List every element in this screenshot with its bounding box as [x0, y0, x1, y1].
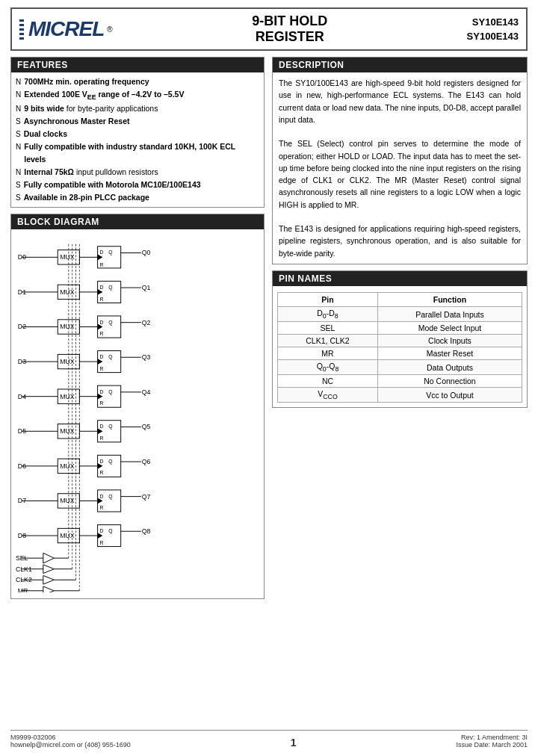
block-diagram-header: BLOCK DIAGRAM	[11, 214, 264, 229]
footer-contact: hownelp@micrel.com or (408) 955-1690	[10, 741, 131, 749]
svg-text:Q: Q	[108, 493, 112, 499]
svg-marker-125	[43, 586, 55, 592]
page: MICREL ® 9-BIT HOLD REGISTER SY10E143 SY…	[0, 0, 538, 756]
table-row: SEL Mode Select Input	[278, 322, 522, 335]
col-header-function: Function	[377, 292, 522, 306]
feature-text: Asynchronous Master Reset	[24, 115, 130, 128]
pin-function: Master Reset	[377, 347, 522, 360]
pin-table: Pin Function D0-D8 Parallel Data Inputs …	[277, 292, 522, 403]
list-item: S Asynchronous Master Reset	[16, 115, 259, 128]
svg-text:R: R	[100, 539, 104, 545]
pin-name: CLK1, CLK2	[278, 335, 378, 347]
description-header: DESCRIPTION	[273, 58, 527, 72]
svg-text:Q: Q	[108, 354, 112, 360]
svg-marker-110	[43, 553, 55, 563]
pin-function: Mode Select Input	[377, 322, 522, 335]
block-diagram-content: .lbl { font-family: Arial, sans-serif; f…	[11, 229, 264, 598]
svg-text:CLK1: CLK1	[16, 565, 32, 572]
svg-text:Q4: Q4	[142, 388, 151, 395]
block-diagram-section: BLOCK DIAGRAM .lbl { font-family: Arial,…	[10, 214, 265, 599]
pin-names-header: PIN NAMES	[273, 271, 527, 286]
description-section: DESCRIPTION The SY10/100E143 are high-sp…	[272, 57, 528, 264]
svg-text:D0: D0	[18, 253, 26, 261]
feature-text: Fully compatible with Motorola MC10E/100…	[24, 179, 201, 191]
bullet-icon: N	[16, 89, 21, 101]
svg-marker-120	[43, 575, 55, 584]
svg-text:D: D	[100, 528, 104, 533]
logo-text: MICREL	[28, 17, 104, 41]
svg-text:D8: D8	[18, 532, 26, 539]
bullet-icon: N	[16, 141, 21, 153]
svg-text:D: D	[100, 354, 104, 359]
main-content: FEATURES N 700MHz min. operating frequen…	[10, 57, 528, 724]
col-right: DESCRIPTION The SY10/100E143 are high-sp…	[272, 57, 528, 724]
svg-text:D: D	[100, 424, 104, 429]
list-item: S Fully compatible with Motorola MC10E/1…	[16, 179, 259, 191]
svg-text:R: R	[100, 400, 104, 406]
svg-text:R: R	[100, 365, 104, 371]
pin-function: Parallel Data Inputs	[377, 306, 522, 321]
table-row: VCCO Vcc to Output	[278, 388, 522, 403]
features-list: N 700MHz min. operating frequency N Exte…	[11, 72, 264, 207]
logo-lines	[19, 19, 24, 40]
footer-right: Rev: 1 Amendment: 3I Issue Date: March 2…	[456, 734, 528, 749]
bullet-icon: N	[16, 76, 21, 88]
col-left: FEATURES N 700MHz min. operating frequen…	[10, 57, 265, 724]
svg-text:Q: Q	[108, 528, 112, 534]
bullet-icon: N	[16, 167, 21, 179]
svg-text:D: D	[100, 493, 104, 498]
svg-text:R: R	[100, 262, 104, 267]
bullet-icon: S	[16, 116, 21, 128]
features-header: FEATURES	[11, 58, 264, 72]
feature-text: 700MHz min. operating frequency	[24, 75, 149, 88]
col-header-pin: Pin	[278, 292, 378, 306]
svg-text:Q: Q	[108, 285, 112, 291]
footer-left: M9999-032006 hownelp@micrel.com or (408)…	[10, 734, 131, 749]
svg-text:D6: D6	[18, 462, 26, 469]
feature-text: Internal 75kΩ input pulldown resistors	[24, 166, 158, 179]
footer: M9999-032006 hownelp@micrel.com or (408)…	[10, 730, 528, 749]
svg-text:D1: D1	[18, 288, 26, 296]
block-diagram-svg: .lbl { font-family: Arial, sans-serif; f…	[14, 234, 261, 592]
svg-text:Q1: Q1	[142, 284, 151, 291]
svg-text:D: D	[100, 285, 104, 290]
svg-text:D5: D5	[18, 427, 26, 435]
pin-function: Vcc to Output	[377, 388, 522, 403]
table-row: Q0-Q8 Data Outputs	[278, 360, 522, 375]
svg-text:Q: Q	[108, 319, 112, 325]
header: MICREL ® 9-BIT HOLD REGISTER SY10E143 SY…	[10, 7, 528, 51]
svg-text:Q: Q	[108, 424, 112, 430]
features-section: FEATURES N 700MHz min. operating frequen…	[10, 57, 265, 208]
header-part-numbers: SY10E143 SY100E143	[467, 15, 519, 44]
bullet-icon: N	[16, 103, 21, 115]
pin-name: SEL	[278, 322, 378, 335]
svg-text:Q: Q	[108, 250, 112, 255]
svg-text:Q: Q	[108, 459, 112, 465]
bullet-icon: S	[16, 192, 21, 204]
pin-name: VCCO	[278, 388, 378, 403]
pin-name: NC	[278, 375, 378, 388]
list-item: N 9 bits wide for byte-parity applicatio…	[16, 102, 259, 115]
table-row: NC No Connection	[278, 375, 522, 388]
pin-function: Data Outputs	[377, 360, 522, 375]
svg-text:Q: Q	[108, 388, 112, 394]
svg-text:D7: D7	[18, 497, 26, 504]
pin-function: Clock Inputs	[377, 335, 522, 347]
list-item: S Dual clocks	[16, 128, 259, 140]
svg-text:D: D	[100, 388, 104, 394]
list-item: N Internal 75kΩ input pulldown resistors	[16, 166, 259, 179]
table-row: CLK1, CLK2 Clock Inputs	[278, 335, 522, 347]
svg-text:D4: D4	[18, 392, 26, 400]
svg-text:Q0: Q0	[142, 249, 151, 256]
pin-names-content: Pin Function D0-D8 Parallel Data Inputs …	[273, 286, 527, 407]
svg-text:R: R	[100, 331, 104, 336]
svg-text:Q2: Q2	[142, 318, 151, 326]
svg-marker-115	[43, 565, 55, 574]
svg-text:Q5: Q5	[142, 423, 151, 430]
footer-doc-number: M9999-032006	[10, 734, 131, 741]
table-row: MR Master Reset	[278, 347, 522, 360]
footer-date: Issue Date: March 2001	[456, 741, 528, 749]
svg-text:Q6: Q6	[142, 458, 151, 465]
header-title: 9-BIT HOLD REGISTER	[128, 13, 452, 45]
logo-box: MICREL ®	[19, 17, 113, 41]
